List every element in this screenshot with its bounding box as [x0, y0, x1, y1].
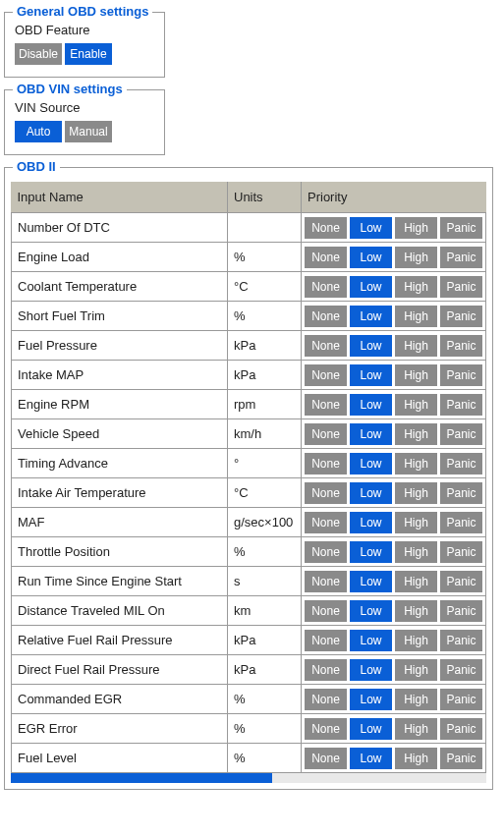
priority-low-button[interactable]: Low: [350, 689, 392, 710]
priority-high-button[interactable]: High: [395, 659, 437, 681]
priority-low-button[interactable]: Low: [350, 600, 392, 622]
priority-panic-button[interactable]: Panic: [440, 335, 482, 357]
horizontal-scrollbar[interactable]: [11, 773, 486, 783]
priority-high-button[interactable]: High: [395, 423, 437, 445]
priority-none-button[interactable]: None: [305, 630, 347, 651]
priority-none-button[interactable]: None: [305, 689, 347, 710]
priority-none-button[interactable]: None: [305, 541, 347, 563]
table-row: Distance Traveled MIL OnkmNoneLowHighPan…: [12, 596, 486, 626]
priority-none-button[interactable]: None: [305, 453, 347, 474]
priority-panic-button[interactable]: Panic: [440, 512, 482, 533]
priority-none-button[interactable]: None: [305, 247, 347, 268]
priority-panic-button[interactable]: Panic: [440, 453, 482, 474]
table-row: Engine Load%NoneLowHighPanic: [12, 243, 486, 272]
priority-panic-button[interactable]: Panic: [440, 718, 482, 740]
priority-none-button[interactable]: None: [305, 394, 347, 416]
priority-high-button[interactable]: High: [395, 512, 437, 533]
priority-low-button[interactable]: Low: [350, 453, 392, 474]
priority-panic-button[interactable]: Panic: [440, 600, 482, 622]
priority-none-button[interactable]: None: [305, 276, 347, 298]
priority-low-button[interactable]: Low: [350, 335, 392, 357]
priority-low-button[interactable]: Low: [350, 748, 392, 769]
priority-panic-button[interactable]: Panic: [440, 630, 482, 651]
priority-cell: NoneLowHighPanic: [302, 537, 486, 567]
input-name-cell: Coolant Temperature: [12, 272, 228, 302]
priority-high-button[interactable]: High: [395, 335, 437, 357]
priority-high-button[interactable]: High: [395, 276, 437, 298]
priority-low-button[interactable]: Low: [350, 512, 392, 533]
priority-low-button[interactable]: Low: [350, 718, 392, 740]
priority-none-button[interactable]: None: [305, 659, 347, 681]
priority-panic-button[interactable]: Panic: [440, 217, 482, 239]
table-row: Engine RPMrpmNoneLowHighPanic: [12, 390, 486, 419]
priority-high-button[interactable]: High: [395, 689, 437, 710]
priority-none-button[interactable]: None: [305, 718, 347, 740]
priority-none-button[interactable]: None: [305, 748, 347, 769]
priority-low-button[interactable]: Low: [350, 482, 392, 504]
priority-panic-button[interactable]: Panic: [440, 276, 482, 298]
priority-none-button[interactable]: None: [305, 364, 347, 386]
priority-none-button[interactable]: None: [305, 423, 347, 445]
units-cell: kPa: [228, 331, 302, 361]
priority-low-button[interactable]: Low: [350, 541, 392, 563]
input-name-cell: Fuel Level: [12, 744, 228, 773]
priority-panic-button[interactable]: Panic: [440, 247, 482, 268]
priority-toggle: NoneLowHighPanic: [305, 571, 482, 592]
priority-low-button[interactable]: Low: [350, 571, 392, 592]
priority-high-button[interactable]: High: [395, 541, 437, 563]
priority-high-button[interactable]: High: [395, 718, 437, 740]
priority-cell: NoneLowHighPanic: [302, 685, 486, 714]
priority-high-button[interactable]: High: [395, 630, 437, 651]
priority-none-button[interactable]: None: [305, 306, 347, 327]
priority-panic-button[interactable]: Panic: [440, 689, 482, 710]
units-cell: %: [228, 714, 302, 744]
priority-low-button[interactable]: Low: [350, 217, 392, 239]
priority-low-button[interactable]: Low: [350, 306, 392, 327]
priority-panic-button[interactable]: Panic: [440, 659, 482, 681]
priority-low-button[interactable]: Low: [350, 630, 392, 651]
priority-panic-button[interactable]: Panic: [440, 306, 482, 327]
priority-high-button[interactable]: High: [395, 571, 437, 592]
priority-toggle: NoneLowHighPanic: [305, 718, 482, 740]
priority-high-button[interactable]: High: [395, 453, 437, 474]
priority-low-button[interactable]: Low: [350, 394, 392, 416]
priority-low-button[interactable]: Low: [350, 276, 392, 298]
table-row: Commanded EGR%NoneLowHighPanic: [12, 685, 486, 714]
priority-low-button[interactable]: Low: [350, 364, 392, 386]
horizontal-scrollbar-thumb[interactable]: [11, 773, 272, 783]
priority-panic-button[interactable]: Panic: [440, 748, 482, 769]
priority-high-button[interactable]: High: [395, 364, 437, 386]
priority-low-button[interactable]: Low: [350, 423, 392, 445]
obd-feature-disable-button[interactable]: Disable: [15, 43, 62, 65]
priority-panic-button[interactable]: Panic: [440, 394, 482, 416]
input-name-cell: Run Time Since Engine Start: [12, 567, 228, 596]
priority-panic-button[interactable]: Panic: [440, 541, 482, 563]
priority-panic-button[interactable]: Panic: [440, 364, 482, 386]
priority-none-button[interactable]: None: [305, 571, 347, 592]
vin-source-auto-button[interactable]: Auto: [15, 121, 62, 142]
priority-cell: NoneLowHighPanic: [302, 449, 486, 478]
priority-none-button[interactable]: None: [305, 512, 347, 533]
priority-none-button[interactable]: None: [305, 217, 347, 239]
priority-none-button[interactable]: None: [305, 600, 347, 622]
priority-low-button[interactable]: Low: [350, 247, 392, 268]
priority-low-button[interactable]: Low: [350, 659, 392, 681]
th-units: Units: [228, 182, 302, 213]
vin-source-manual-button[interactable]: Manual: [65, 121, 112, 142]
priority-high-button[interactable]: High: [395, 217, 437, 239]
priority-high-button[interactable]: High: [395, 482, 437, 504]
priority-high-button[interactable]: High: [395, 394, 437, 416]
priority-high-button[interactable]: High: [395, 247, 437, 268]
priority-panic-button[interactable]: Panic: [440, 482, 482, 504]
priority-panic-button[interactable]: Panic: [440, 571, 482, 592]
priority-toggle: NoneLowHighPanic: [305, 423, 482, 445]
priority-none-button[interactable]: None: [305, 335, 347, 357]
priority-panic-button[interactable]: Panic: [440, 423, 482, 445]
priority-none-button[interactable]: None: [305, 482, 347, 504]
priority-high-button[interactable]: High: [395, 748, 437, 769]
table-row: Direct Fuel Rail PressurekPaNoneLowHighP…: [12, 655, 486, 685]
priority-toggle: NoneLowHighPanic: [305, 335, 482, 357]
obd-feature-enable-button[interactable]: Enable: [65, 43, 112, 65]
priority-high-button[interactable]: High: [395, 306, 437, 327]
priority-high-button[interactable]: High: [395, 600, 437, 622]
